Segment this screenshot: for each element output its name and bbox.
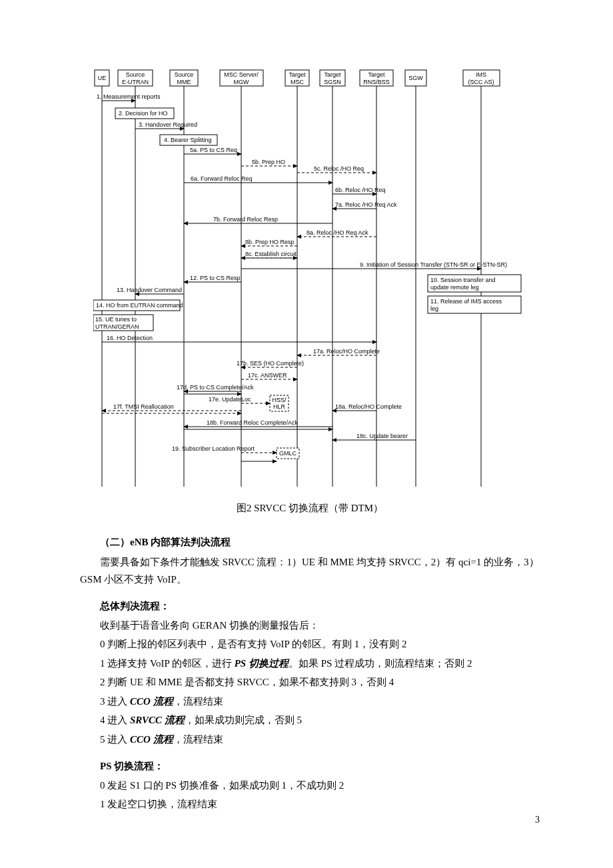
figure-caption: 图2 SRVCC 切换流程（带 DTM） — [80, 500, 540, 517]
actor-tgt-sgsn: Target SGSN — [320, 70, 345, 487]
overall-step-4: 4 进入 SRVCC 流程，如果成功则完成，否则 5 — [100, 712, 540, 729]
overall-step-5: 5 进入 CCO 流程，流程结束 — [100, 731, 540, 749]
svg-text:5a. PS to CS Req: 5a. PS to CS Req — [190, 147, 237, 153]
svg-text:5b. Prep HO: 5b. Prep HO — [252, 159, 285, 165]
svg-text:6a. Forward Reloc Req: 6a. Forward Reloc Req — [191, 175, 253, 182]
svg-text:HSS/: HSS/ — [272, 397, 287, 403]
svg-text:5c. Reloc /HO Req: 5c. Reloc /HO Req — [314, 165, 364, 172]
step4-post: ，如果成功则完成，否则 5 — [185, 715, 302, 725]
svg-text:Target: Target — [324, 71, 341, 78]
svg-text:8b. Prep HO Resp: 8b. Prep HO Resp — [245, 239, 295, 245]
svg-text:Source: Source — [126, 71, 145, 78]
svg-text:E-UTRAN: E-UTRAN — [122, 79, 149, 85]
step4-pre: 4 进入 — [100, 715, 130, 725]
svg-text:7a. Reloc /HO Req Ack: 7a. Reloc /HO Req Ack — [335, 201, 397, 208]
overall-step-2: 2 判断 UE 和 MME 是否都支持 SRVCC，如果不都支持则 3，否则 4 — [100, 674, 540, 691]
svg-text:14. HO from EUTRAN command: 14. HO from EUTRAN command — [96, 302, 183, 309]
svg-text:MGW: MGW — [234, 79, 249, 85]
svg-text:MSC: MSC — [291, 79, 305, 85]
svg-text:17d. PS to CS Complete/Ack: 17d. PS to CS Complete/Ack — [177, 384, 254, 391]
svg-text:18b. Forward Reloc Complete/Ac: 18b. Forward Reloc Complete/Ack — [207, 419, 299, 426]
svg-text:9. Initiation of Session Trans: 9. Initiation of Session Transfer (STN-S… — [360, 261, 507, 268]
overall-step-0: 0 判断上报的邻区列表中，是否有支持 VoIP 的邻区。有则 1，没有则 2 — [100, 636, 540, 653]
ps-step-0: 0 发起 S1 口的 PS 切换准备，如果成功则 1，不成功则 2 — [100, 777, 540, 795]
svg-text:6b. Reloc /HO Req: 6b. Reloc /HO Req — [335, 187, 386, 193]
step1-pre: 1 选择支持 VoIP 的邻区，进行 — [100, 658, 235, 669]
svg-text:17b. SES (HO Complete): 17b. SES (HO Complete) — [237, 360, 304, 367]
svg-text:19. Subscriber Location Report: 19. Subscriber Location Report — [172, 445, 255, 452]
actor-ue: UE — [95, 70, 109, 487]
svg-text:Target: Target — [289, 71, 306, 78]
section-2-para: 需要具备如下条件才能触发 SRVCC 流程：1）UE 和 MME 均支持 SRV… — [80, 554, 540, 588]
actor-tgt-rns: Target RNS/BSS — [360, 70, 393, 487]
svg-text:18c. Update bearer: 18c. Update bearer — [356, 433, 408, 439]
actor-sgw: SGW — [405, 70, 426, 487]
step5-pre: 5 进入 — [100, 734, 130, 745]
overall-decision-title: 总体判决流程： — [100, 598, 540, 615]
svg-text:8a. Reloc /HO Req Ack: 8a. Reloc /HO Req Ack — [306, 229, 368, 236]
svg-text:MME: MME — [177, 79, 191, 85]
svg-text:MSC Server/: MSC Server/ — [224, 71, 259, 78]
page-number: 3 — [535, 812, 540, 828]
svg-text:7b. Forward Reloc Resp: 7b. Forward Reloc Resp — [213, 216, 278, 223]
svg-text:4. Bearer Splitting: 4. Bearer Splitting — [164, 137, 212, 143]
step1-em: PS 切换过程 — [235, 658, 289, 669]
actor-src-eutran: Source E-UTRAN — [118, 70, 153, 487]
svg-text:UE: UE — [98, 75, 107, 81]
svg-text:update remote leg: update remote leg — [430, 284, 479, 291]
overall-intro: 收到基于语音业务向 GERAN 切换的测量报告后： — [100, 617, 540, 635]
svg-text:leg: leg — [430, 305, 438, 312]
ps-switch-title: PS 切换流程： — [100, 758, 540, 775]
svg-text:8c. Establish circuit: 8c. Establish circuit — [245, 251, 297, 257]
svg-text:1. Measurement reports: 1. Measurement reports — [97, 93, 161, 100]
svg-text:18a. Reloc/HO Complete: 18a. Reloc/HO Complete — [335, 403, 402, 410]
srvcc-flow-diagram: UE Source E-UTRAN Source MME M — [93, 67, 526, 493]
svg-text:15. UE tunes to: 15. UE tunes to — [95, 316, 137, 323]
svg-text:RNS/BSS: RNS/BSS — [363, 79, 390, 85]
overall-step-3: 3 进入 CCO 流程，流程结束 — [100, 693, 540, 711]
step4-em: SRVCC 流程 — [130, 715, 185, 725]
step3-post: ，流程结束 — [173, 696, 223, 707]
svg-text:UTRAN/GERAN: UTRAN/GERAN — [95, 323, 139, 330]
svg-text:17a. Reloc/HO Complete: 17a. Reloc/HO Complete — [313, 348, 380, 355]
step3-pre: 3 进入 — [100, 696, 130, 707]
svg-text:Target: Target — [368, 71, 385, 78]
svg-text:(SCC AS): (SCC AS) — [468, 79, 494, 85]
svg-text:12. PS to CS Resp: 12. PS to CS Resp — [190, 275, 241, 281]
step1-post: 。如果 PS 过程成功，则流程结束；否则 2 — [289, 658, 472, 669]
svg-text:13. Handover Command: 13. Handover Command — [117, 287, 182, 293]
svg-text:11. Release of IMS access: 11. Release of IMS access — [430, 298, 502, 305]
svg-text:10. Session transfer and: 10. Session transfer and — [430, 277, 496, 283]
overall-step-1: 1 选择支持 VoIP 的邻区，进行 PS 切换过程。如果 PS 过程成功，则流… — [100, 655, 540, 673]
svg-text:IMS: IMS — [476, 71, 486, 78]
svg-text:17c. ANSWER: 17c. ANSWER — [248, 372, 287, 379]
svg-text:SGW: SGW — [408, 75, 423, 81]
svg-text:17e. UpdateLoc: 17e. UpdateLoc — [209, 396, 251, 403]
svg-text:SGSN: SGSN — [324, 79, 341, 85]
section-2-title: （二）eNB 内部算法判决流程 — [100, 534, 540, 551]
step3-em: CCO 流程 — [130, 696, 173, 707]
step5-post: ，流程结束 — [173, 734, 223, 745]
svg-text:17f. TMSI Reallocation: 17f. TMSI Reallocation — [113, 403, 174, 410]
svg-text:16. HO Detection: 16. HO Detection — [107, 335, 153, 341]
svg-text:Source: Source — [175, 71, 194, 78]
svg-text:2. Decision for HO: 2. Decision for HO — [119, 110, 168, 117]
svg-text:GMLC: GMLC — [279, 450, 297, 457]
svg-text:HLR: HLR — [273, 403, 286, 410]
svg-text:3. Handover Required: 3. Handover Required — [139, 121, 197, 128]
step5-em: CCO 流程 — [130, 734, 173, 745]
ps-step-1: 1 发起空口切换，流程结束 — [100, 796, 540, 813]
